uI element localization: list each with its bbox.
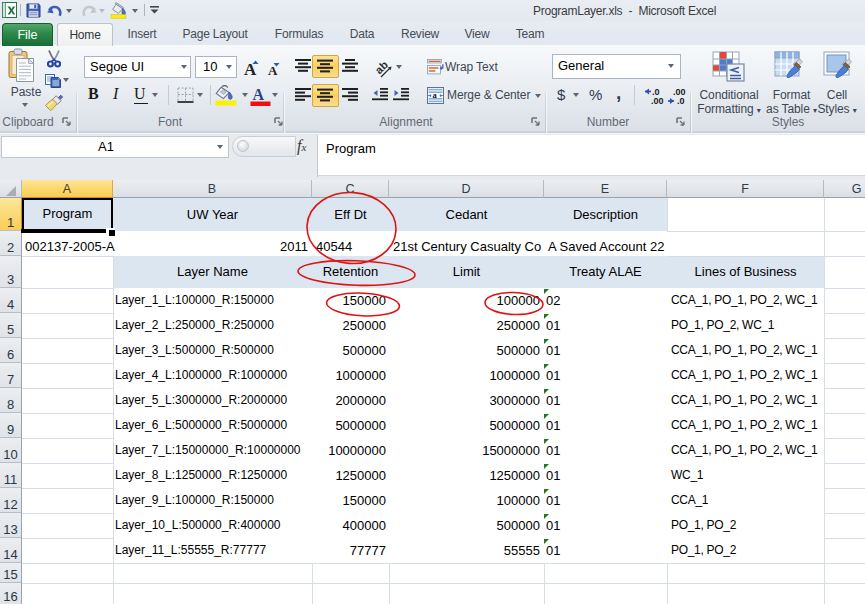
svg-text:.00: .00 bbox=[651, 96, 664, 105]
svg-text:.00: .00 bbox=[673, 87, 686, 97]
svg-text:.0: .0 bbox=[652, 87, 660, 97]
svg-text:ab: ab bbox=[374, 58, 390, 76]
svg-text:A: A bbox=[253, 86, 265, 103]
svg-text:.0: .0 bbox=[677, 96, 685, 105]
svg-text:a: a bbox=[433, 90, 438, 100]
